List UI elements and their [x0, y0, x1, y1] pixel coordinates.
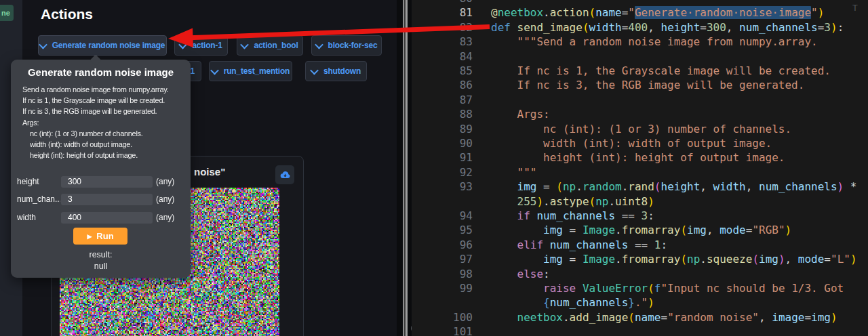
code-text: height (int): height of output image.: [491, 150, 785, 165]
code-line: 86 If nc is 3, the RGB image will be gen…: [412, 78, 868, 92]
tooltip-description: Send a random noise image from numpy.arr…: [11, 84, 191, 161]
code-text: neetbox.add_image(name="random noise", i…: [491, 310, 837, 324]
field-type-hint: (any): [156, 177, 174, 186]
line-number: 81: [412, 5, 473, 20]
line-number: 86: [412, 78, 473, 92]
field-label: height: [17, 177, 60, 186]
code-text: raise ValueError(f"Input nc should be 1/…: [491, 281, 844, 295]
code-editor[interactable]: 8081@neetbox.action(name="Generate·rando…: [412, 0, 868, 336]
code-line: 87: [412, 93, 868, 107]
line-number: 96: [412, 238, 473, 252]
line-number: 85: [412, 64, 473, 78]
chevron-down-icon: [178, 40, 187, 49]
code-text: img = (np.random.rand(height, width, num…: [491, 180, 857, 194]
code-line: {num_channels}."): [412, 295, 868, 310]
line-number: 92: [412, 165, 473, 180]
line-number: 84: [412, 49, 473, 64]
line-number: 101: [412, 324, 473, 336]
code-text: """: [491, 165, 536, 180]
run-button[interactable]: ▶ Run: [73, 228, 127, 245]
code-text: If nc is 1, the Grayscale image will be …: [491, 64, 831, 78]
action-button-shutdown[interactable]: shutdown: [305, 61, 367, 81]
code-text: 255).astype(np.uint8): [491, 194, 654, 209]
line-number: 99: [412, 281, 473, 295]
image-card-title: noise": [194, 166, 225, 177]
field-label: width: [17, 213, 60, 222]
action-button-action-bool[interactable]: action_bool: [237, 35, 303, 56]
field-type-hint: (any): [156, 194, 174, 204]
code-text: @neetbox.action(name="Generate·random·no…: [491, 5, 824, 20]
action-button-label: block-for-sec: [328, 41, 378, 50]
overview-ruler-mark: T: [852, 3, 858, 13]
code-text: Args:: [491, 107, 550, 121]
code-line: 89 nc (int): (1 or 3) number of channels…: [412, 122, 868, 136]
chevron-down-icon: [310, 66, 319, 75]
line-number: 95: [412, 223, 473, 237]
code-line: 97 img = Image.fromarray(np.squeeze(img)…: [412, 252, 868, 266]
field-row-width: width (any): [11, 211, 191, 224]
code-line: 98 else:: [412, 267, 868, 281]
code-line: 80: [412, 0, 868, 5]
action-button-label: 1: [191, 66, 195, 76]
action-button-label: shutdown: [323, 66, 361, 76]
code-text: img = Image.fromarray(np.squeeze(img), m…: [491, 252, 857, 266]
action-button-run-test-mention[interactable]: run_test_mention: [209, 61, 292, 81]
line-number: 89: [412, 122, 473, 136]
action-button-block-for-sec[interactable]: block-for-sec: [311, 35, 382, 56]
code-text: width (int): width of output image.: [491, 136, 772, 150]
chevron-down-icon: [241, 40, 250, 49]
description-line: If nc is 3, the RGB image will be genera…: [11, 106, 191, 117]
description-line: height (int): height of output image.: [11, 150, 191, 161]
field-row-height: height (any): [11, 175, 191, 188]
code-text: nc (int): (1 or 3) number of channels.: [491, 122, 791, 136]
code-text: def send_image(width=400, height=300, nu…: [491, 20, 844, 35]
description-line: width (int): width of output image.: [11, 139, 191, 150]
description-line: nc (int): (1 or 3) number of channels.: [11, 128, 191, 139]
chevron-down-icon: [315, 40, 323, 49]
width-field[interactable]: [61, 212, 153, 224]
line-number: 97: [412, 252, 473, 266]
field-type-hint: (any): [156, 213, 174, 222]
tooltip-title: Generate random noise image: [11, 66, 191, 78]
code-text: If nc is 3, the RGB image will be genera…: [491, 78, 804, 92]
field-label: num_chan...: [17, 194, 60, 204]
line-number: 82: [412, 20, 473, 35]
panel-divider[interactable]: [403, 0, 408, 336]
code-line: 94 if num_channels == 3:: [412, 209, 868, 223]
action-button-label: action-1: [192, 41, 222, 50]
line-number: 98: [412, 267, 473, 281]
line-number: 93: [412, 180, 473, 194]
project-badge[interactable]: ne: [0, 5, 14, 21]
line-number: 100: [412, 310, 473, 324]
num-channels-field[interactable]: [61, 194, 153, 205]
code-text: else:: [491, 267, 550, 281]
description-line: Args:: [11, 117, 191, 128]
download-image-button[interactable]: [275, 165, 294, 184]
line-number: 91: [412, 150, 473, 165]
run-button-label: Run: [96, 231, 113, 241]
action-button-generate-random-noise-image[interactable]: Generate random noise image: [38, 35, 167, 56]
code-line: 81@neetbox.action(name="Generate·random·…: [412, 5, 868, 20]
play-icon: ▶: [87, 233, 92, 240]
code-line: 88 Args:: [412, 107, 868, 121]
field-row-num-channels: num_chan... (any): [11, 193, 191, 205]
code-line: 99 raise ValueError(f"Input nc should be…: [412, 281, 868, 295]
action-button-label: Generate random noise image: [52, 41, 165, 50]
chevron-down-icon: [39, 40, 47, 49]
code-line: 101: [412, 324, 868, 336]
action-button-label: action_bool: [254, 41, 298, 50]
action-tooltip: Generate random noise image Send a rando…: [11, 60, 191, 278]
code-line: 100 neetbox.add_image(name="random noise…: [412, 310, 868, 324]
code-area: 8081@neetbox.action(name="Generate·rando…: [412, 0, 868, 336]
line-number: 88: [412, 107, 473, 121]
cloud-download-icon: [280, 171, 290, 179]
code-line: 83 """Send a random noise image from num…: [412, 35, 868, 49]
code-line: 85 If nc is 1, the Grayscale image will …: [412, 64, 868, 78]
result-label: result:: [11, 250, 191, 259]
code-text: """Send a random noise image from numpy.…: [491, 35, 818, 49]
code-text: {num_channels}."): [491, 295, 654, 310]
height-field[interactable]: [61, 176, 153, 188]
code-text: elif num_channels == 1:: [491, 238, 667, 252]
description-line: If nc is 1, the Grayscale image will be …: [11, 95, 191, 106]
action-button-action-1[interactable]: action-1: [174, 35, 228, 56]
